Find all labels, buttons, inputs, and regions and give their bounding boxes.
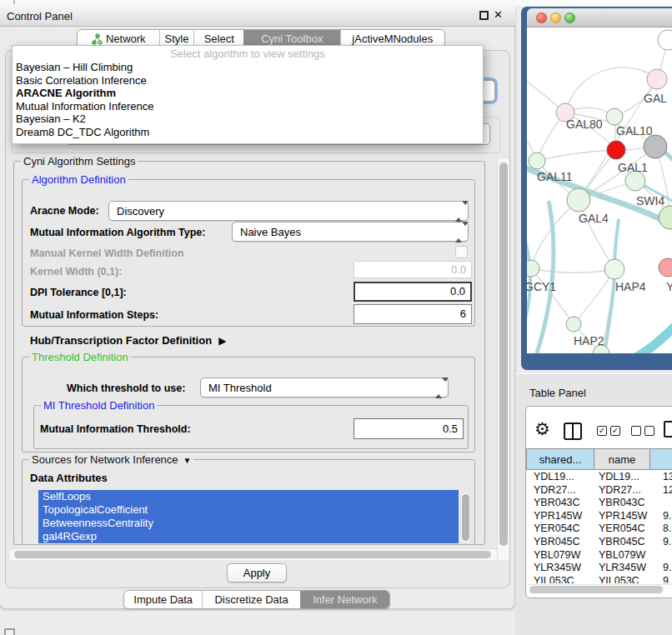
table-row[interactable]: YDR27...YDR27...12 (526, 484, 672, 498)
hub-definition-toggle[interactable]: Hub/Transcription Factor Definition▶ (30, 334, 226, 347)
algorithm-option[interactable]: Bayesian – K2 (13, 112, 483, 126)
unchecked-checkbox-icon[interactable] (644, 426, 654, 436)
column-header-name[interactable]: name (594, 448, 650, 470)
table-cell (649, 549, 672, 562)
tab-jactivemnodules-label: jActiveMNodules (352, 32, 433, 45)
attribute-list-item[interactable]: gal4RGexp (38, 530, 459, 543)
aracne-mode-combobox[interactable]: Discovery (108, 201, 469, 221)
network-node[interactable] (644, 135, 667, 158)
table-cell: YBL079W (594, 549, 649, 562)
algorithm-popup-placeholder: Select algorithm to view settings (13, 48, 483, 61)
network-node[interactable] (659, 206, 672, 229)
network-node-gal10[interactable] (606, 108, 623, 125)
table-row[interactable]: YPR145WYPR145W9. (526, 510, 672, 523)
tab-impute-data-label: Impute Data (133, 593, 193, 606)
mi-algorithm-type-combobox[interactable]: Naive Bayes (232, 222, 469, 242)
settings-horizontal-scrollbar-thumb[interactable] (14, 551, 491, 558)
node-table-rows: YDL19...YDL19...13YDR27...YDR27...12YBR0… (526, 471, 672, 583)
checked-checkbox-icon[interactable]: ✓ (597, 426, 607, 436)
table-row[interactable]: YDL19...YDL19...13 (526, 471, 672, 484)
sources-legend-text: Sources for Network Inference (32, 453, 178, 466)
tab-infer-network[interactable]: Infer Network (300, 591, 389, 608)
cyni-algorithm-settings-legend: Cyni Algorithm Settings (21, 155, 138, 168)
table-cell (649, 497, 672, 510)
minimized-panel-icon[interactable] (4, 628, 15, 635)
float-window-icon[interactable] (479, 11, 489, 20)
settings-vertical-scrollbar-thumb[interactable] (499, 162, 508, 546)
network-node-hap4[interactable] (604, 259, 624, 279)
node-label: GAL (644, 92, 667, 105)
table-cell: 12 (649, 484, 672, 498)
dpi-tolerance-field[interactable]: 0.0 (354, 282, 472, 302)
table-row[interactable]: YER054CYER054C8. (526, 522, 672, 536)
column-layout-icon[interactable] (564, 422, 582, 440)
algorithm-option[interactable]: Mutual Information Inference (13, 100, 483, 113)
close-traffic-light[interactable] (536, 12, 547, 23)
table-cell: YPR145W (594, 510, 649, 523)
settings-horizontal-scrollbar[interactable] (10, 548, 497, 560)
network-node-gal[interactable] (647, 69, 667, 89)
data-attributes-list: SelfLoopsTopologicalCoefficientBetweenne… (38, 490, 459, 545)
table-row[interactable]: YBL079WYBL079W (526, 549, 672, 562)
algorithm-option[interactable]: Dream8 DC_TDC Algorithm (13, 126, 483, 139)
screen: Control Panel ✕ Network Style Select Cyn… (0, 0, 672, 635)
network-node-gcy1[interactable] (527, 260, 539, 277)
close-icon[interactable]: ✕ (494, 8, 503, 21)
manual-kernel-width-checkbox[interactable] (455, 246, 468, 258)
algorithm-option[interactable]: Basic Correlation Inference (13, 74, 483, 88)
expanded-arrow-icon[interactable]: ▼ (183, 456, 192, 465)
checked-checkbox-icon[interactable]: ✓ (610, 426, 620, 436)
network-node-gal1[interactable] (607, 141, 625, 159)
attribute-list-item[interactable]: BetweennessCentrality (38, 517, 459, 530)
tab-impute-data[interactable]: Impute Data (124, 591, 202, 608)
kernel-width-value: 0.0 (451, 263, 466, 276)
aracne-mode-label: Aracne Mode: (30, 205, 99, 217)
mi-algorithm-type-value: Naive Bayes (240, 226, 301, 238)
attributes-list-scrollbar-thumb[interactable] (462, 494, 469, 541)
mi-threshold-field[interactable]: 0.5 (354, 418, 464, 439)
network-canvas[interactable]: GALGAL80GAL10GAL1SWI4GAL11GAL4GCY1HAP4YH… (527, 28, 672, 353)
column-header-shared-name[interactable]: shared... (526, 448, 594, 470)
table-cell: YPR145W (526, 510, 594, 523)
network-node-hap2[interactable] (566, 317, 581, 332)
network-node-gal11[interactable] (529, 152, 545, 169)
table-row[interactable]: YLR345WYLR345W9. (526, 562, 672, 575)
which-threshold-combobox[interactable]: MI Threshold (200, 378, 449, 398)
mi-steps-field[interactable]: 6 (354, 304, 472, 324)
document-icon[interactable] (664, 421, 672, 438)
kernel-width-label: Kernel Width (0,1): (30, 266, 122, 278)
unchecked-checkbox-icon[interactable] (631, 426, 641, 436)
attribute-list-item[interactable]: SelfLoops (38, 490, 459, 503)
kernel-width-field[interactable]: 0.0 (354, 261, 472, 278)
zoom-traffic-light[interactable] (564, 12, 575, 23)
column-header-partial[interactable] (649, 448, 672, 470)
top-strip (0, 0, 672, 6)
stepper-arrows-icon (435, 382, 443, 394)
network-node-gal4[interactable] (567, 188, 590, 212)
node-label: GAL11 (537, 170, 573, 183)
attributes-list-scrollbar[interactable] (460, 492, 471, 543)
hub-definition-label: Hub/Transcription Factor Definition (30, 334, 212, 347)
table-row[interactable]: YBR045CYBR045C9. (526, 536, 672, 549)
table-row[interactable]: YBR043CYBR043C (526, 497, 672, 510)
table-cell: YBR043C (594, 497, 649, 510)
algorithm-option[interactable]: ARACNE Algorithm (13, 87, 483, 100)
network-node[interactable] (658, 30, 672, 50)
table-cell: YIL053C (594, 575, 649, 583)
attribute-list-item[interactable]: TopologicalCoefficient (38, 503, 459, 517)
table-row[interactable]: YIL053CYIL053C9. (526, 575, 672, 583)
tab-discretize-data[interactable]: Discretize Data (202, 591, 299, 608)
mi-algorithm-type-label: Mutual Information Algorithm Type: (30, 227, 205, 238)
table-horizontal-scrollbar[interactable] (528, 584, 671, 594)
table-cell: 9. (649, 575, 672, 583)
algorithm-option[interactable]: Bayesian – Hill Climbing (13, 61, 483, 74)
network-node-y[interactable] (659, 258, 672, 277)
settings-vertical-scrollbar[interactable] (497, 158, 509, 560)
table-cell: YDL19... (594, 471, 649, 484)
node-label: GAL80 (566, 118, 603, 131)
table-horizontal-scrollbar-thumb[interactable] (529, 586, 663, 593)
node-label: Y (666, 280, 672, 293)
apply-button[interactable]: Apply (227, 563, 287, 582)
minimize-traffic-light[interactable] (550, 12, 561, 23)
gear-icon[interactable]: ⚙ (534, 419, 550, 439)
